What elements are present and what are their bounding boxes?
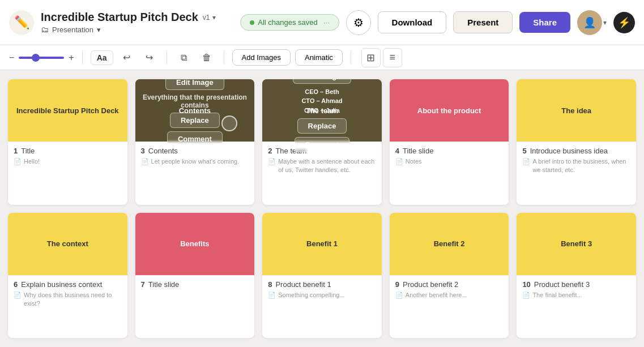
slide-note: 📄 Notes (395, 157, 504, 166)
slide-thumbnail: The team Edit Image CEO – BethCTO – Ahma… (262, 79, 382, 142)
replace-button[interactable]: Replace (297, 118, 347, 134)
slide-card[interactable]: Benefits 7 Title slide (135, 213, 255, 339)
zoom-slider[interactable] (19, 57, 64, 59)
slide-thumbnail: Benefit 2 (390, 213, 509, 275)
slide-note: 📄 Maybe with a sentence about each of us… (268, 157, 376, 175)
note-icon: 📄 (141, 158, 149, 165)
slide-thumbnail: About the product (390, 79, 509, 142)
slide-thumb-text: The team (306, 106, 338, 115)
font-button[interactable]: Aa (91, 50, 113, 65)
settings-button[interactable]: ⚙ (346, 10, 371, 35)
slide-card[interactable]: The context 6 Explain business context 📄… (8, 213, 127, 339)
slide-number-row: 4 Title slide (395, 147, 504, 155)
comment-button[interactable]: Comment (295, 137, 350, 152)
undo-button[interactable]: ↩ (118, 49, 136, 67)
slide-number: 10 (522, 280, 530, 289)
present-button[interactable]: Present (453, 11, 513, 33)
slide-card[interactable]: About the product 4 Title slide 📄 Notes (390, 79, 509, 205)
user-area: 👤 ▾ (577, 10, 607, 35)
note-text: Something compelling... (278, 291, 344, 299)
slide-card[interactable]: The idea 5 Introduce business idea 📄 A b… (517, 79, 636, 205)
note-text: The final benefit... (532, 291, 582, 299)
redo-button[interactable]: ↪ (140, 49, 159, 67)
slide-note: 📄 Hello! (14, 157, 122, 166)
separator-2 (167, 51, 167, 65)
avatar-dropdown-icon[interactable]: ▾ (603, 19, 607, 27)
lightning-button[interactable]: ⚡ (613, 12, 635, 33)
slide-thumbnail: Incredible Startup Pitch Deck (8, 79, 127, 142)
slide-title: Introduce business idea (530, 147, 608, 155)
separator-4 (351, 51, 351, 65)
slide-number-row: 3 Contents (141, 147, 249, 155)
delete-button[interactable]: 🗑 (198, 49, 216, 67)
saved-dot-icon (250, 20, 254, 25)
slide-title: Product benefit 3 (534, 280, 590, 289)
slide-thumb-text: The context (47, 239, 88, 248)
download-button[interactable]: Download (378, 11, 447, 33)
dropdown-icon[interactable]: ▾ (97, 25, 101, 34)
slide-number: 1 (14, 147, 18, 155)
app-title: Incredible Startup Pitch Deck (41, 11, 198, 24)
saved-status: All changes saved ··· (240, 14, 339, 31)
note-icon: 📄 (268, 158, 276, 165)
slide-card[interactable]: Benefit 2 9 Product benefit 2 📄 Another … (390, 213, 509, 339)
note-icon: 📄 (14, 292, 22, 299)
comment-button[interactable]: Comment (167, 131, 223, 147)
list-view-button[interactable]: ≡ (383, 48, 402, 67)
note-icon: 📄 (522, 158, 530, 165)
zoom-minus-button[interactable]: − (9, 53, 14, 63)
share-button[interactable]: Share (519, 12, 570, 33)
add-images-button[interactable]: Add Images (232, 49, 291, 66)
slide-thumb-text: About the product (417, 106, 481, 115)
slide-number-row: 8 Product benefit 1 (268, 280, 376, 289)
slide-number: 9 (395, 280, 399, 289)
slide-info: 10 Product benefit 3 📄 The final benefit… (517, 275, 636, 304)
version-badge: v1 ▾ (203, 14, 216, 22)
slide-card[interactable]: Incredible Startup Pitch Deck 1 Title 📄 … (8, 79, 127, 205)
edit-image-button[interactable]: Edit Image (165, 79, 224, 90)
title-area: Incredible Startup Pitch Deck v1 ▾ 🗂 Pre… (41, 11, 233, 34)
slide-card[interactable]: Contents Edit Image Everything that the … (135, 79, 255, 205)
slide-thumb-text: Benefit 1 (306, 239, 338, 248)
view-toggle: ⊞ ≡ (361, 48, 402, 67)
note-icon: 📄 (395, 158, 403, 165)
avatar[interactable]: 👤 (577, 10, 602, 35)
slide-title: Explain business context (21, 280, 102, 289)
slide-info: 6 Explain business context 📄 Why does th… (8, 275, 127, 313)
animatic-button[interactable]: Animatic (295, 49, 343, 66)
slide-info: 1 Title 📄 Hello! (8, 142, 127, 170)
slide-thumb-text: The idea (561, 106, 591, 115)
slide-thumbnail: Benefit 3 (517, 213, 636, 275)
slide-number-row: 7 Title slide (141, 280, 249, 289)
toolbar: − + Aa ↩ ↪ ⧉ 🗑 Add Images Animatic ⊞ ≡ (0, 45, 644, 70)
note-icon: 📄 (14, 158, 22, 165)
slide-number-row: 9 Product benefit 2 (395, 280, 504, 289)
chevron-down-icon[interactable]: ▾ (212, 14, 216, 22)
note-text: Hello! (24, 157, 40, 166)
note-icon: 📄 (522, 292, 530, 299)
slides-grid: Incredible Startup Pitch Deck 1 Title 📄 … (0, 70, 644, 347)
slide-number-row: 1 Title (14, 147, 122, 155)
slide-thumb-text: Benefits (180, 239, 209, 248)
note-icon: 📄 (395, 292, 403, 299)
replace-button[interactable]: Replace (170, 113, 220, 128)
note-text: Why does this business need to exist? (24, 291, 122, 309)
slide-card[interactable]: Benefit 1 8 Product benefit 1 📄 Somethin… (262, 213, 382, 339)
presentation-icon: 🗂 (41, 25, 49, 34)
duplicate-button[interactable]: ⧉ (175, 49, 193, 67)
slide-note: 📄 A brief intro to the business, when we… (522, 157, 630, 175)
slide-number: 7 (141, 280, 145, 289)
slide-number: 4 (395, 147, 399, 155)
slide-number-row: 10 Product benefit 3 (522, 280, 630, 289)
slide-title: Product benefit 2 (403, 280, 458, 289)
grid-view-button[interactable]: ⊞ (361, 48, 381, 67)
slide-card[interactable]: The team Edit Image CEO – BethCTO – Ahma… (262, 79, 382, 205)
zoom-plus-button[interactable]: + (69, 53, 74, 63)
slide-card[interactable]: Benefit 3 10 Product benefit 3 📄 The fin… (517, 213, 636, 339)
note-text: Maybe with a sentence about each of us, … (278, 157, 376, 175)
slide-thumb-text: Benefit 2 (434, 239, 465, 248)
slide-info: 5 Introduce business idea 📄 A brief intr… (517, 142, 636, 179)
slide-number: 6 (14, 280, 18, 289)
edit-image-button[interactable]: Edit Image (293, 79, 352, 84)
cursor-indicator (221, 115, 237, 131)
